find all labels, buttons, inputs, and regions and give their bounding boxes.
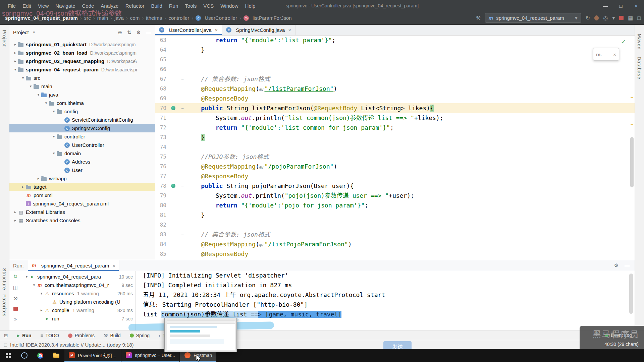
tool-window-button-todo[interactable]: ≡TODO (40, 333, 59, 338)
maximize-button[interactable]: □ (613, 0, 629, 11)
gear-icon[interactable]: ⚙ (137, 29, 141, 36)
project-tree-item[interactable]: cAddress (9, 158, 155, 166)
project-panel-title[interactable]: Project (13, 29, 29, 35)
project-tree-item[interactable]: cServletContainersInitConfig (9, 116, 155, 124)
start-button[interactable] (0, 349, 16, 362)
inspections-ok-icon[interactable]: ✓ (621, 38, 626, 46)
run-tree-item[interactable]: ⚠Using platform encoding (U (22, 298, 136, 306)
chevron-down-icon[interactable]: ▾ (31, 30, 37, 35)
project-tree-item[interactable]: ▸springmvc_03_request_mappingD:\workspac… (9, 57, 155, 65)
code-line[interactable]: 72 return "{'module':'list common for js… (155, 123, 635, 132)
fold-marker[interactable]: – (180, 181, 185, 191)
chevron-icon[interactable]: ▸ (20, 185, 26, 189)
project-tree-item[interactable]: ▸▦Scratches and Consoles (9, 216, 155, 225)
breadcrumb-item[interactable]: com (129, 14, 141, 21)
menu-item-refactor[interactable]: Refactor (122, 2, 148, 10)
chevron-icon[interactable]: ▾ (51, 134, 57, 139)
run-configuration-select[interactable]: m springmvc_04_request_param ▾ (485, 13, 581, 23)
project-tree-item[interactable]: ▸springmvc_02_bean_loadD:\workspace\spri… (9, 49, 155, 57)
chevron-icon[interactable]: ▸ (12, 59, 18, 63)
menu-item-help[interactable]: Help (242, 2, 259, 10)
tool-window-button-project[interactable]: Project (2, 30, 7, 47)
code-line[interactable]: 73 } (155, 132, 635, 142)
fold-marker[interactable]: – (180, 230, 185, 239)
chevron-icon[interactable]: ▸ (36, 176, 41, 181)
code-editor[interactable]: 63 return "{'module':'list param'}";64– … (155, 35, 635, 260)
more-icon[interactable]: » (14, 316, 17, 322)
tool-window-button-build[interactable]: ⚒Build (104, 333, 121, 338)
tool-window-button-favorites[interactable]: Favorites (2, 294, 7, 317)
code-line[interactable]: 84 @RequestMapping(◉∨"/listPojoParamForJ… (155, 239, 635, 249)
code-line[interactable]: 70– public String listParamForJson(@Requ… (155, 103, 635, 113)
project-tree-item[interactable]: ▾domain (9, 149, 155, 158)
resume-icon[interactable]: ◫ (13, 285, 18, 291)
fold-marker[interactable]: – (180, 103, 185, 113)
chevron-icon[interactable]: ▾ (20, 76, 26, 80)
console-scrollbar[interactable] (629, 274, 633, 314)
status-message[interactable]: IntelliJ IDEA 2020.3.4 available // Upda… (10, 342, 134, 348)
stop-icon[interactable] (13, 307, 18, 311)
chevron-icon[interactable]: ▾ (43, 101, 49, 105)
menu-item-window[interactable]: Window (217, 2, 241, 10)
menu-item-run[interactable]: Run (166, 2, 181, 10)
project-tree-item[interactable]: ▾config (9, 107, 155, 116)
code-line[interactable]: 68 @RequestMapping(◉∨"/listParamForJson"… (155, 84, 635, 94)
project-tree-item[interactable]: ispringmvc_04_request_param.iml (9, 199, 155, 208)
project-tree-item[interactable]: ▸webapp (9, 174, 155, 183)
code-line[interactable]: 67– // 集合参数: json格式 (155, 74, 635, 84)
console-line[interactable]: 信息: Starting ProtocolHandler ["http-bio-… (138, 300, 634, 309)
chevron-icon[interactable]: ▾ (51, 109, 57, 114)
menu-item-vcs[interactable]: VCS (200, 2, 217, 10)
chevron-icon[interactable]: ▾ (12, 67, 18, 72)
project-tree-item[interactable]: ▸▤External Libraries (9, 208, 155, 216)
chevron-icon[interactable]: ▸ (12, 42, 18, 47)
menu-item-tools[interactable]: Tools (182, 2, 200, 10)
fold-marker[interactable]: – (180, 45, 185, 55)
close-icon[interactable]: × (215, 27, 218, 33)
code-line[interactable]: 78– public String pojoParamForJson(User … (155, 181, 635, 191)
taskbar-explorer[interactable] (48, 349, 64, 362)
close-icon[interactable]: × (288, 27, 291, 33)
taskbar-thumbnail-preview[interactable] (164, 318, 237, 352)
endpoint-gutter-icon[interactable] (171, 106, 175, 110)
chevron-icon[interactable]: ▸ (12, 218, 18, 223)
tool-window-button-maven[interactable]: Maven (637, 34, 642, 50)
code-line[interactable]: 71 System.out.println("list common(json)… (155, 113, 635, 123)
run-tree-item[interactable]: ▾mcom.itheima:springmvc_04_r9 sec (22, 281, 136, 289)
code-line[interactable]: 69 @ResponseBody (155, 94, 635, 103)
editor-tab[interactable]: cSpringMvcConfig.java× (222, 24, 296, 35)
code-line[interactable]: 65 (155, 55, 635, 64)
chevron-icon[interactable]: ▸ (12, 210, 18, 214)
chevron-icon[interactable]: ▸ (39, 308, 44, 312)
breadcrumb-item[interactable]: cUserController (195, 14, 238, 21)
hide-panel-icon[interactable]: — (625, 262, 630, 268)
code-line[interactable]: 76 @RequestMapping(◉∨"/pojoParamForJson"… (155, 162, 635, 171)
project-tree-item[interactable]: ▾controller (9, 132, 155, 141)
run-tree-item[interactable]: ▾⚠resources1 warning260 ms (22, 289, 136, 298)
panel-divider[interactable] (136, 271, 136, 331)
project-tree-item[interactable]: ▾main (9, 82, 155, 90)
chevron-icon[interactable]: ▾ (24, 275, 30, 279)
stop-icon[interactable] (619, 16, 624, 20)
layout-icon[interactable]: ▦ (628, 15, 633, 21)
project-tree-item[interactable]: ▸springmvc_01_quickstartD:\workspace\spr… (9, 40, 155, 49)
project-tree-item[interactable]: cUserController (9, 141, 155, 149)
console-line[interactable]: [INFO] Completed initialization in 827 m… (138, 280, 634, 290)
chevron-icon[interactable]: ▾ (51, 151, 57, 156)
project-tree-item[interactable]: ▸target (9, 183, 155, 191)
code-line[interactable]: 66 (155, 64, 635, 74)
code-line[interactable]: 80 return "{'module':'pojo for json para… (155, 200, 635, 210)
breadcrumb-item[interactable]: mlistParamForJson (243, 14, 293, 21)
search-button[interactable] (16, 349, 32, 362)
code-line[interactable]: 75– //POJO参数: json格式 (155, 152, 635, 162)
build-settings-icon[interactable]: ⚒ (13, 296, 17, 302)
breadcrumb-item[interactable]: itheima (145, 14, 163, 21)
monitor-icon[interactable]: □ (637, 15, 641, 21)
taskbar-app-powerpoint[interactable]: PPowerPoint 幻灯... (64, 349, 121, 362)
code-line[interactable]: 81 } (155, 210, 635, 220)
chevron-icon[interactable]: ▾ (39, 291, 44, 296)
chevron-icon[interactable]: ▸ (12, 51, 18, 55)
locate-file-icon[interactable]: ⊕ (118, 29, 122, 36)
code-line[interactable]: 74 (155, 142, 635, 152)
project-tree-item[interactable]: cUser (9, 166, 155, 174)
